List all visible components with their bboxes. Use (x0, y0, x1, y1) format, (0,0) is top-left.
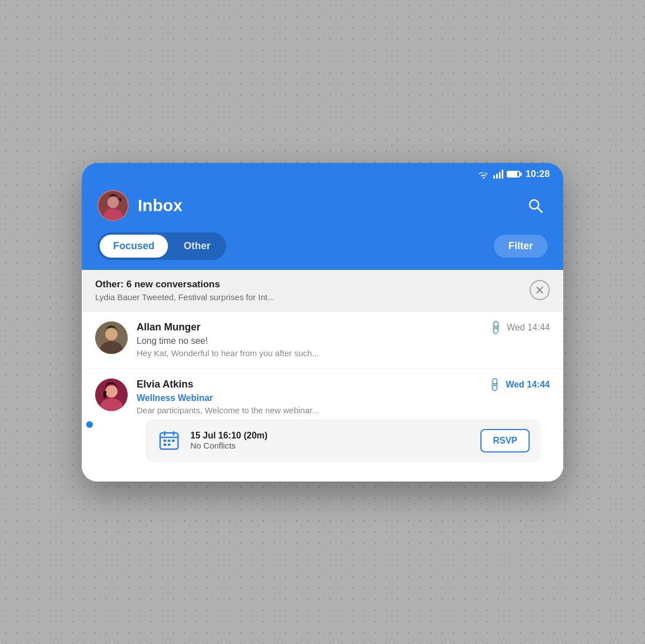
calendar-icon (157, 428, 181, 453)
header: Inbox (82, 183, 563, 232)
status-icons: 10:28 (478, 169, 550, 180)
email-item-1[interactable]: Elvia Atkins 🔗 Wed 14:44 Wellness Webina… (82, 368, 563, 482)
email-item-0[interactable]: Allan Munger 🔗 Wed 14:44 Long time no se… (82, 311, 563, 368)
user-avatar[interactable] (97, 190, 129, 221)
svg-rect-24 (163, 444, 166, 446)
battery-icon (507, 171, 520, 178)
email-meta-0: 🔗 Wed 14:44 (490, 321, 550, 334)
email-content-0: Allan Munger 🔗 Wed 14:44 Long time no se… (137, 321, 550, 358)
email-list: Allan Munger 🔗 Wed 14:44 Long time no se… (82, 311, 563, 482)
email-avatar-0 (95, 321, 128, 354)
notification-subtitle: Lydia Bauer Tweeted, Festival surprises … (95, 292, 530, 302)
signal-icon (493, 170, 503, 179)
email-time-1: Wed 14:44 (506, 380, 550, 390)
close-icon (535, 286, 544, 295)
svg-point-12 (105, 328, 118, 340)
email-time-0: Wed 14:44 (507, 323, 550, 333)
tab-other[interactable]: Other (170, 235, 224, 258)
unread-indicator-1 (86, 421, 93, 428)
svg-rect-25 (168, 444, 171, 446)
tab-group: Focused Other (97, 232, 226, 260)
calendar-event-card: 15 Jul 16:10 (20m) No Conflicts RSVP (146, 419, 541, 462)
notification-banner: Other: 6 new conversations Lydia Bauer T… (82, 270, 563, 311)
sender-name-1: Elvia Atkins (137, 379, 193, 390)
svg-rect-21 (163, 440, 166, 442)
svg-point-7 (530, 200, 539, 209)
email-preview-1: Dear participants, Welcome to the new we… (137, 405, 550, 415)
attachment-icon-1: 🔗 (487, 376, 504, 393)
email-subject-0: Long time no see! (137, 336, 550, 346)
filter-button[interactable]: Filter (494, 235, 548, 258)
notification-text: Other: 6 new conversations Lydia Bauer T… (95, 279, 530, 302)
search-icon (527, 198, 543, 213)
wifi-icon (478, 170, 490, 179)
sender-name-0: Allan Munger (137, 321, 200, 333)
svg-rect-3 (502, 170, 503, 179)
email-subject-1: Wellness Webinar (137, 393, 550, 403)
svg-point-15 (105, 385, 118, 398)
status-time: 10:28 (526, 169, 550, 180)
email-header-row-1: Elvia Atkins 🔗 Wed 14:44 (137, 379, 550, 391)
calendar-event-details: 15 Jul 16:10 (20m) No Conflicts (190, 431, 471, 450)
notification-title: Other: 6 new conversations (95, 279, 530, 290)
svg-rect-23 (172, 440, 175, 442)
email-avatar-1 (95, 379, 128, 411)
svg-rect-0 (493, 175, 495, 179)
search-button[interactable] (523, 193, 548, 218)
header-left: Inbox (97, 190, 183, 221)
email-header-row-0: Allan Munger 🔗 Wed 14:44 (137, 321, 550, 334)
svg-point-5 (108, 197, 119, 208)
rsvp-button[interactable]: RSVP (480, 429, 530, 452)
svg-line-8 (538, 208, 543, 212)
email-preview-0: Hey Kat, Wonderful to hear from you afte… (137, 348, 550, 358)
email-content-1: Elvia Atkins 🔗 Wed 14:44 Wellness Webina… (137, 379, 550, 471)
tabs-area: Focused Other Filter (82, 232, 563, 270)
svg-rect-22 (168, 440, 171, 442)
tab-focused[interactable]: Focused (100, 235, 168, 258)
calendar-event-status: No Conflicts (190, 441, 471, 450)
header-title: Inbox (138, 196, 183, 215)
calendar-event-time: 15 Jul 16:10 (20m) (190, 431, 471, 441)
status-bar: 10:28 (82, 163, 563, 183)
phone-card: 10:28 Inbox (82, 163, 563, 482)
svg-rect-1 (496, 174, 498, 179)
email-meta-1: 🔗 Wed 14:44 (489, 379, 550, 391)
notification-close-button[interactable] (530, 280, 550, 300)
attachment-icon-0: 🔗 (487, 319, 504, 336)
svg-rect-2 (499, 172, 501, 179)
